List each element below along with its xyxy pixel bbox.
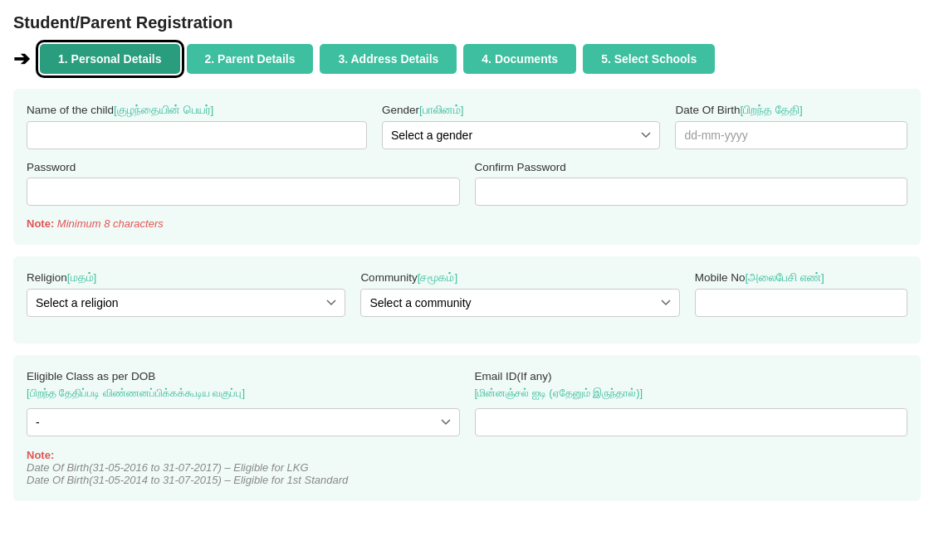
email-input[interactable] (475, 408, 908, 436)
step-4-button[interactable]: 4. Documents (463, 44, 576, 74)
mobile-input[interactable] (695, 289, 907, 317)
row-eligible-email: Eligible Class as per DOB [பிறந்த தேதிப்… (27, 370, 907, 486)
religion-label: Religion[மதம்] (27, 271, 345, 285)
password-note: Note: Minimum 8 characters (27, 217, 907, 230)
gender-select[interactable]: Select a gender Male Female Other (382, 121, 660, 149)
step-3-button[interactable]: 3. Address Details (320, 44, 457, 74)
row-password: Password Confirm Password (27, 161, 907, 206)
mobile-label: Mobile No[அலைபேசி எண்] (695, 271, 907, 285)
password-group: Password (27, 161, 460, 206)
eligible-note-1: Date Of Birth(31-05-2016 to 31-07-2017) … (27, 461, 460, 474)
community-label: Community[சமூகம்] (360, 271, 679, 285)
eligible-class-select[interactable]: - (27, 408, 460, 436)
email-label: Email ID(If any) (475, 370, 908, 382)
religion-select[interactable]: Select a religion Hindu Christian Muslim… (27, 289, 345, 317)
dob-tamil: [பிறந்த தேதி] (740, 104, 802, 116)
eligible-section: Eligible Class as per DOB [பிறந்த தேதிப்… (13, 355, 921, 501)
child-name-group: Name of the child[குழந்தையின் பெயர்] (27, 104, 367, 149)
eligible-note-2: Date Of Birth(31-05-2014 to 31-07-2015) … (27, 474, 460, 486)
eligible-note-label: Note: (27, 449, 460, 461)
eligible-class-label: Eligible Class as per DOB (27, 370, 460, 382)
religion-group: Religion[மதம்] Select a religion Hindu C… (27, 271, 345, 317)
eligible-class-tamil: [பிறந்த தேதிப்படி விண்ணனப்பிக்கக்கூடிய வ… (27, 387, 460, 400)
religion-section: Religion[மதம்] Select a religion Hindu C… (13, 256, 921, 343)
confirm-password-input[interactable] (475, 178, 908, 206)
row-religion-community-mobile: Religion[மதம்] Select a religion Hindu C… (27, 271, 907, 317)
note-content: Minimum 8 characters (57, 217, 164, 230)
gender-label: Gender[பாலினம்] (382, 104, 660, 117)
mobile-tamil: [அலைபேசி எண்] (746, 271, 824, 284)
arrow-indicator: ➔ (13, 47, 30, 71)
eligible-class-group: Eligible Class as per DOB [பிறந்த தேதிப்… (27, 370, 460, 486)
confirm-password-group: Confirm Password (475, 161, 908, 206)
gender-tamil: [பாலினம்] (419, 104, 464, 116)
password-label: Password (27, 161, 460, 173)
step-1-button[interactable]: 1. Personal Details (40, 44, 180, 74)
step-5-button[interactable]: 5. Select Schools (583, 44, 715, 74)
confirm-password-label: Confirm Password (475, 161, 908, 173)
community-group: Community[சமூகம்] Select a community OC … (360, 271, 679, 317)
religion-tamil: [மதம்] (67, 271, 97, 284)
dob-input[interactable]: dd-mm-yyyy (675, 121, 907, 149)
community-select[interactable]: Select a community OC BC MBC SC ST (360, 289, 679, 317)
password-input[interactable] (27, 178, 460, 206)
page-title: Student/Parent Registration (13, 13, 921, 32)
row-name-gender-dob: Name of the child[குழந்தையின் பெயர்] Gen… (27, 104, 907, 149)
step-2-button[interactable]: 2. Parent Details (187, 44, 314, 74)
child-name-input[interactable] (27, 121, 367, 149)
eligible-notes: Note: Date Of Birth(31-05-2016 to 31-07-… (27, 446, 460, 486)
dob-label: Date Of Birth[பிறந்த தேதி] (675, 104, 907, 117)
email-group: Email ID(If any) [மின்னஞ்சல் ஐடி (ஏதேனும… (475, 370, 908, 436)
dob-group: Date Of Birth[பிறந்த தேதி] dd-mm-yyyy (675, 104, 907, 149)
steps-bar: ➔ 1. Personal Details 2. Parent Details … (13, 44, 921, 74)
email-tamil: [மின்னஞ்சல் ஐடி (ஏதேனும் இருந்தால்)] (475, 387, 908, 400)
eligible-note-prefix: Note: (27, 449, 54, 461)
child-name-label: Name of the child[குழந்தையின் பெயர்] (27, 104, 367, 117)
personal-details-section: Name of the child[குழந்தையின் பெயர்] Gen… (13, 89, 921, 245)
note-prefix: Note: (27, 217, 54, 230)
mobile-group: Mobile No[அலைபேசி எண்] (695, 271, 907, 317)
child-name-tamil: [குழந்தையின் பெயர்] (114, 104, 213, 116)
community-tamil: [சமூகம்] (418, 271, 458, 284)
gender-group: Gender[பாலினம்] Select a gender Male Fem… (382, 104, 660, 149)
